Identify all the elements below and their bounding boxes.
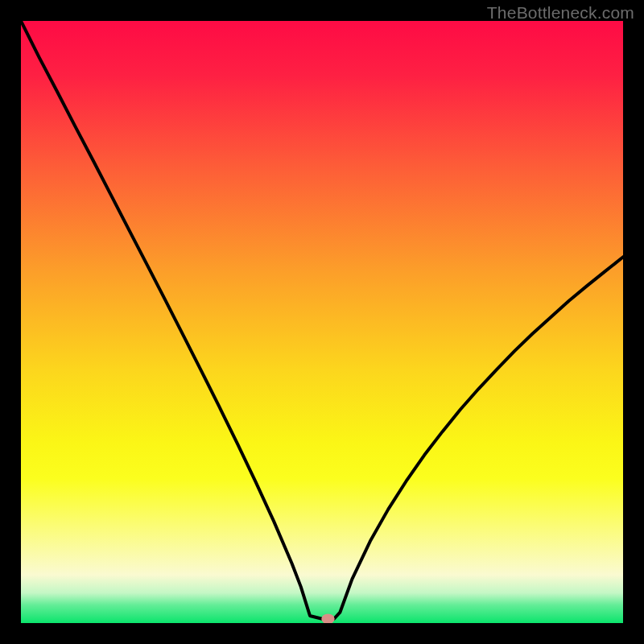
chart-frame: TheBottleneck.com bbox=[0, 0, 644, 644]
watermark-text: TheBottleneck.com bbox=[487, 3, 634, 23]
bottleneck-chart bbox=[21, 21, 623, 623]
chart-background bbox=[21, 21, 623, 623]
